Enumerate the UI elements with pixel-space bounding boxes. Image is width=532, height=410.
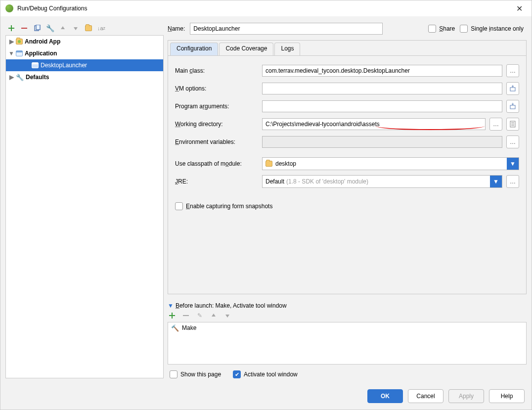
add-task-button[interactable] [169, 312, 176, 319]
enable-snapshots-checkbox[interactable]: Enable capturing form snapshots [175, 202, 272, 210]
tree-node-application[interactable]: ▼ Application [6, 47, 163, 59]
collapse-icon[interactable]: ▼ [9, 51, 14, 56]
working-dir-label: Working directory: [175, 121, 258, 128]
dropdown-arrow-icon: ▼ [507, 158, 519, 170]
tree-node-android-app[interactable]: ▶ Android App [6, 36, 163, 47]
android-folder-icon [16, 39, 23, 45]
checkbox-icon [428, 25, 436, 33]
close-button[interactable]: ✕ [512, 2, 527, 15]
edit-env-vars-button[interactable]: … [506, 136, 519, 148]
right-panel: Name: Share Single instance only Configu… [168, 21, 527, 378]
checkbox-icon [170, 370, 177, 378]
show-this-page-checkbox[interactable]: Show this page [170, 370, 221, 378]
jre-value: Default [266, 178, 284, 185]
remove-task-button[interactable] [182, 312, 189, 319]
expand-program-args-button[interactable] [506, 100, 519, 113]
program-args-row: Program arguments: [175, 97, 519, 115]
classpath-select[interactable]: desktop ▼ [262, 157, 519, 170]
move-task-up-button[interactable] [210, 312, 217, 319]
jre-label: JRE: [175, 178, 258, 185]
configuration-panel: Main class: … VM options: Program argume… [168, 55, 526, 294]
edit-defaults-button[interactable]: 🔧 [46, 24, 54, 32]
left-toolbar: 🔧 ↓az [5, 21, 164, 35]
dropdown-arrow-icon: ▼ [490, 176, 502, 187]
classpath-row: Use classpath of module: desktop ▼ [175, 155, 519, 173]
expand-icon[interactable]: ▶ [9, 39, 14, 44]
classpath-value: desktop [275, 160, 296, 167]
vm-options-label: VM options: [175, 85, 258, 92]
list-item[interactable]: 🔨 Make [168, 322, 526, 333]
checkbox-icon [175, 202, 183, 210]
window-title: Run/Debug Configurations [17, 5, 512, 12]
env-vars-label: Environment variables: [175, 138, 258, 145]
working-dir-input[interactable] [262, 118, 486, 130]
remove-config-button[interactable] [20, 24, 28, 32]
activate-tool-window-checkbox[interactable]: ✔ Activate tool window [233, 370, 298, 378]
tabs-container: Configuration Code Coverage Logs Main cl… [168, 40, 527, 294]
jre-hint: (1.8 - SDK of 'desktop' module) [286, 178, 368, 185]
main-class-row: Main class: … [175, 62, 519, 80]
ok-button[interactable]: OK [367, 389, 403, 403]
before-launch-header[interactable]: ▼ Before launch: Make, Activate tool win… [168, 302, 527, 309]
module-icon [266, 161, 272, 167]
name-label: Name: [168, 25, 185, 32]
env-vars-input[interactable] [262, 136, 502, 148]
tree-label: DesktopLauncher [41, 62, 87, 69]
tree-node-desktoplauncher[interactable]: DesktopLauncher [6, 59, 163, 71]
svg-rect-2 [510, 88, 515, 91]
dialog-window: Run/Debug Configurations ✕ 🔧 ↓az ▶ Andro… [0, 0, 532, 410]
help-button[interactable]: Help [489, 389, 525, 403]
collapse-icon: ▼ [168, 302, 174, 309]
browse-main-class-button[interactable]: … [506, 64, 519, 77]
name-row: Name: Share Single instance only [168, 21, 527, 36]
main-class-label: Main class: [175, 67, 258, 74]
content-area: 🔧 ↓az ▶ Android App ▼ Application [0, 16, 532, 378]
wrench-icon: 🔧 [16, 74, 24, 81]
add-config-button[interactable] [7, 24, 15, 32]
jre-select[interactable]: Default (1.8 - SDK of 'desktop' module) … [262, 175, 502, 188]
bottom-options: Show this page ✔ Activate tool window [168, 370, 527, 378]
tree-label: Android App [25, 38, 60, 45]
share-checkbox[interactable]: Share [428, 25, 455, 33]
expand-icon[interactable]: ▶ [9, 75, 14, 80]
classpath-label: Use classpath of module: [175, 160, 258, 167]
program-args-input[interactable] [262, 100, 502, 112]
svg-rect-3 [510, 105, 515, 109]
tree-node-defaults[interactable]: ▶ 🔧 Defaults [6, 71, 163, 83]
program-args-label: Program arguments: [175, 103, 258, 110]
jre-row: JRE: Default (1.8 - SDK of 'desktop' mod… [175, 173, 519, 190]
before-launch-toolbar: ✎ [168, 309, 527, 322]
dialog-footer: OK Cancel Apply Help [0, 382, 532, 410]
cancel-button[interactable]: Cancel [408, 389, 443, 403]
vm-options-input[interactable] [262, 83, 502, 94]
move-down-button[interactable] [72, 24, 80, 32]
folder-button[interactable] [85, 24, 92, 32]
tab-code-coverage[interactable]: Code Coverage [219, 43, 273, 55]
main-class-input[interactable] [262, 65, 502, 77]
tree-label: Application [25, 50, 57, 57]
move-task-down-button[interactable] [224, 312, 231, 319]
tab-logs[interactable]: Logs [274, 43, 300, 55]
name-input[interactable] [190, 23, 383, 35]
snapshots-row: Enable capturing form snapshots [175, 197, 519, 215]
browse-working-dir-button[interactable]: … [489, 118, 502, 131]
copy-config-button[interactable] [33, 24, 41, 32]
tab-configuration[interactable]: Configuration [170, 43, 218, 55]
sort-button[interactable]: ↓az [97, 24, 105, 32]
task-label: Make [182, 324, 196, 331]
config-tree[interactable]: ▶ Android App ▼ Application DesktopLaunc… [5, 35, 164, 378]
edit-task-button[interactable]: ✎ [196, 312, 203, 319]
env-vars-row: Environment variables: … [175, 133, 519, 151]
application-icon [32, 62, 39, 68]
apply-button[interactable]: Apply [448, 389, 484, 403]
move-up-button[interactable] [59, 24, 67, 32]
insert-macro-button[interactable] [506, 118, 519, 131]
expand-vm-options-button[interactable] [506, 82, 519, 95]
titlebar: Run/Debug Configurations ✕ [0, 0, 532, 16]
tree-label: Defaults [26, 74, 49, 81]
single-instance-checkbox[interactable]: Single instance only [460, 25, 524, 33]
checkbox-checked-icon: ✔ [233, 370, 241, 378]
browse-jre-button[interactable]: … [506, 175, 519, 188]
before-launch-list[interactable]: 🔨 Make [168, 322, 527, 364]
hammer-icon: 🔨 [171, 324, 179, 332]
